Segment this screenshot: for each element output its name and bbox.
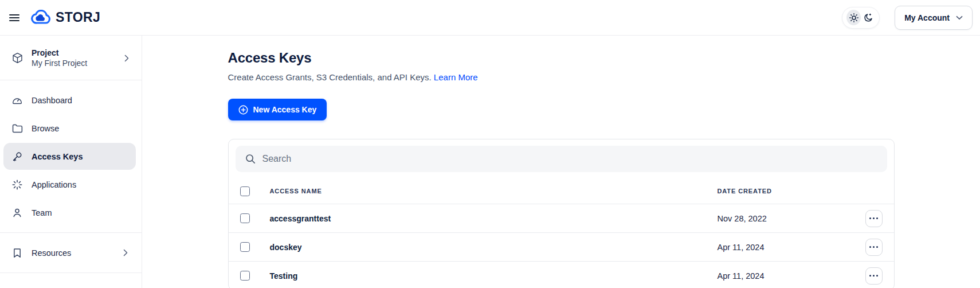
chevron-right-icon — [124, 55, 129, 62]
chevron-right-icon — [123, 249, 128, 256]
sidebar: Project My First Project Dashboard Brows… — [0, 36, 142, 288]
storj-logo[interactable]: STORJ — [30, 10, 100, 25]
sidebar-item-access-keys[interactable]: Access Keys — [3, 143, 136, 170]
sidebar-item-dashboard[interactable]: Dashboard — [3, 87, 136, 114]
team-person-icon — [11, 207, 23, 219]
plus-circle-icon — [238, 105, 248, 115]
project-selector[interactable]: Project My First Project — [3, 42, 136, 73]
folder-icon — [11, 123, 23, 134]
sidebar-item-browse[interactable]: Browse — [3, 115, 136, 142]
page-title: Access Keys — [228, 50, 895, 66]
access-name-cell: Testing — [270, 271, 718, 281]
sidebar-divider — [0, 80, 142, 80]
dashboard-gauge-icon — [11, 95, 23, 106]
select-all-checkbox[interactable] — [240, 186, 250, 196]
column-header-access-name: ACCESS NAME — [270, 188, 718, 194]
project-label: Project — [32, 48, 87, 57]
sidebar-divider — [0, 232, 142, 233]
my-account-button[interactable]: My Account — [895, 6, 973, 30]
date-created-cell: Apr 11, 2024 — [718, 243, 865, 252]
top-right-controls: My Account — [842, 6, 973, 30]
table-row[interactable]: docskey Apr 11, 2024 — [229, 232, 894, 261]
access-name-cell: docskey — [270, 243, 718, 252]
sidebar-item-applications[interactable]: Applications — [3, 171, 136, 198]
hamburger-menu-icon[interactable] — [5, 8, 24, 28]
storj-cloud-icon — [30, 10, 52, 25]
logo-text: STORJ — [56, 10, 100, 25]
new-access-key-button[interactable]: New Access Key — [228, 99, 327, 120]
sidebar-item-label: Browse — [32, 124, 59, 133]
row-checkbox[interactable] — [240, 242, 250, 252]
dark-mode-moon-icon[interactable] — [861, 10, 875, 25]
key-icon — [11, 151, 23, 162]
top-bar: STORJ My Account — [0, 0, 980, 36]
applications-burst-icon — [11, 179, 23, 190]
sidebar-item-resources[interactable]: Resources — [3, 239, 136, 266]
row-more-options-icon[interactable] — [865, 210, 883, 227]
sidebar-item-label: Dashboard — [32, 96, 72, 105]
project-name: My First Project — [32, 59, 87, 68]
main-content: Access Keys Create Access Grants, S3 Cre… — [142, 36, 980, 288]
chevron-down-icon — [956, 15, 963, 20]
date-created-cell: Nov 28, 2022 — [718, 214, 865, 223]
row-more-options-icon[interactable] — [865, 239, 883, 256]
sidebar-item-team[interactable]: Team — [3, 199, 136, 226]
sidebar-divider — [0, 273, 142, 273]
row-checkbox[interactable] — [240, 213, 250, 223]
sidebar-item-label: Team — [32, 208, 52, 217]
search-bar — [229, 139, 894, 178]
project-box-icon — [11, 52, 23, 64]
column-header-date-created: DATE CREATED — [718, 188, 865, 194]
table-header-row: ACCESS NAME DATE CREATED — [229, 178, 894, 204]
sidebar-item-label: Access Keys — [32, 152, 83, 161]
sidebar-item-label: Resources — [32, 248, 71, 258]
bookmark-icon — [11, 247, 23, 259]
theme-toggle — [842, 7, 880, 29]
learn-more-link[interactable]: Learn More — [434, 72, 478, 82]
table-row[interactable]: accessgranttest Nov 28, 2022 — [229, 204, 894, 232]
access-keys-card: ACCESS NAME DATE CREATED accessgranttest… — [228, 139, 895, 288]
my-account-label: My Account — [904, 13, 950, 22]
access-name-cell: accessgranttest — [270, 214, 718, 223]
search-input[interactable] — [236, 146, 887, 172]
row-checkbox[interactable] — [240, 271, 250, 281]
table-row[interactable]: Testing Apr 11, 2024 — [229, 261, 894, 288]
new-access-key-label: New Access Key — [253, 105, 317, 114]
light-mode-sun-icon[interactable] — [846, 10, 861, 25]
date-created-cell: Apr 11, 2024 — [718, 271, 865, 281]
brand-area: STORJ — [5, 8, 100, 28]
row-more-options-icon[interactable] — [865, 267, 883, 285]
page-subtitle: Create Access Grants, S3 Credentials, an… — [228, 72, 895, 82]
sidebar-item-label: Applications — [32, 180, 76, 189]
